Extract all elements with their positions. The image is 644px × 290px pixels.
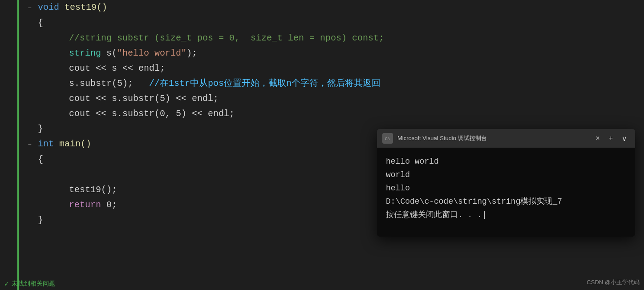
code-token: void: [38, 2, 59, 12]
status-icon: ✓: [4, 279, 9, 288]
code-line: test19();: [17, 182, 365, 197]
code-lines: −void test19(){//string substr (size_t p…: [17, 0, 365, 278]
gutter: −: [17, 0, 33, 16]
code-token: test19();: [69, 185, 117, 195]
code-token: //在1str中从pos位置开始，截取n个字符，然后将其返回: [133, 78, 381, 89]
code-line: cout << s.substr(5) << endl;: [17, 91, 365, 106]
code-token: }: [38, 215, 43, 225]
code-line: cout << s.substr(0, 5) << endl;: [17, 106, 365, 121]
gutter: −: [17, 137, 33, 152]
terminal-title: Microsoft Visual Studio 调试控制台: [397, 134, 588, 142]
code-token: }: [38, 124, 43, 134]
terminal-line: D:\Code\c-code\string\string模拟实现_7: [386, 195, 626, 208]
code-token: string: [69, 48, 101, 58]
code-line: }: [17, 121, 365, 137]
code-token: s(: [101, 48, 117, 58]
code-token: {: [38, 154, 43, 165]
terminal-line: world: [386, 168, 626, 181]
code-editor: −void test19(){//string substr (size_t p…: [0, 0, 365, 290]
code-line: {: [17, 16, 365, 31]
line-content: cout << s.substr(5) << endl;: [33, 91, 365, 106]
terminal-titlebar: CA Microsoft Visual Studio 调试控制台 × + ∨: [377, 129, 635, 148]
collapse-icon[interactable]: −: [28, 0, 32, 16]
code-line: −void test19(): [17, 0, 365, 16]
terminal-line: hello world: [386, 155, 626, 168]
terminal-content: hello world worldhelloD:\Code\c-code\str…: [377, 148, 635, 237]
code-token: int: [38, 139, 54, 149]
line-content: {: [33, 16, 365, 31]
code-line: {: [17, 152, 365, 167]
line-content: }: [33, 121, 365, 137]
svg-text:CA: CA: [385, 137, 390, 141]
status-bar: ✓ 未找到相关问题: [0, 278, 365, 290]
watermark: CSDN @小王学代码: [587, 278, 640, 286]
line-content: cout << s << endl;: [33, 61, 365, 76]
line-content: int main(): [33, 137, 365, 152]
terminal-window: CA Microsoft Visual Studio 调试控制台 × + ∨ h…: [377, 129, 635, 237]
code-line: cout << s << endl;: [17, 61, 365, 76]
terminal-line: hello: [386, 181, 626, 195]
code-token: "hello world": [117, 48, 186, 58]
status-text: 未找到相关问题: [12, 280, 55, 288]
collapse-icon[interactable]: −: [28, 137, 32, 152]
code-token: test19(): [59, 2, 107, 12]
line-content: string s("hello world");: [33, 46, 365, 61]
code-line: s.substr(5); //在1str中从pos位置开始，截取n个字符，然后将…: [17, 76, 365, 91]
line-content: //string substr (size_t pos = 0, size_t …: [33, 31, 384, 46]
code-line: }: [17, 213, 365, 228]
code-line: [17, 167, 365, 182]
code-line: string s("hello world");: [17, 46, 365, 61]
code-token: return: [69, 200, 101, 210]
code-token: {: [38, 18, 43, 28]
code-line: //string substr (size_t pos = 0, size_t …: [17, 31, 365, 46]
code-token: cout << s.substr(0, 5) << endl;: [69, 109, 235, 119]
line-content: test19();: [33, 182, 365, 197]
line-content: s.substr(5); //在1str中从pos位置开始，截取n个字符，然后将…: [33, 76, 381, 91]
code-token: cout << s.substr(5) << endl;: [69, 93, 219, 104]
terminal-line: 按任意键关闭此窗口. . .|: [386, 208, 626, 222]
terminal-close-button[interactable]: ×: [593, 133, 602, 143]
code-token: s.substr(5);: [69, 78, 133, 89]
code-token: cout << s << endl;: [69, 63, 165, 73]
code-token: 0;: [101, 200, 117, 210]
code-line: −int main(): [17, 137, 365, 152]
terminal-add-button[interactable]: +: [606, 133, 616, 143]
line-content: void test19(): [33, 0, 365, 15]
line-content: }: [33, 213, 365, 228]
line-content: {: [33, 152, 365, 167]
code-token: main(): [54, 139, 91, 149]
terminal-controls: × + ∨: [593, 133, 630, 144]
terminal-chevron-button[interactable]: ∨: [619, 133, 630, 144]
line-content: return 0;: [33, 197, 365, 213]
code-token: //string substr (size_t pos = 0, size_t …: [69, 33, 384, 43]
line-content: cout << s.substr(0, 5) << endl;: [33, 106, 365, 121]
code-token: );: [186, 48, 197, 58]
code-line: return 0;: [17, 197, 365, 213]
terminal-app-icon: CA: [382, 133, 393, 144]
